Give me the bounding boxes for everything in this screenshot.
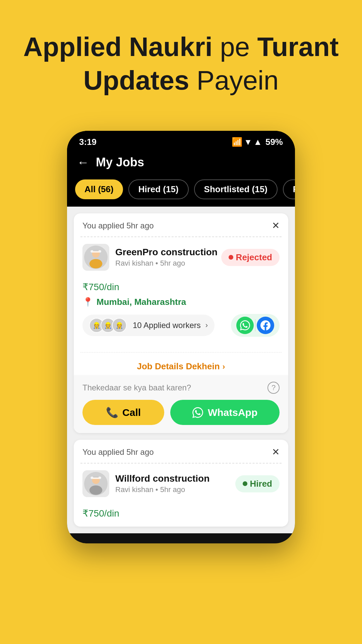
card1-workers-chip[interactable]: 👷 👷 👷 10 Applied workers › xyxy=(82,315,215,336)
job-card-2: You applied 5hr ago ✕ xyxy=(74,440,288,527)
card2-company-info: Willford construction Ravi kishan • 5hr … xyxy=(82,470,209,497)
chevron-right-icon: › xyxy=(223,362,225,371)
worker-avatar-3: 👷 xyxy=(112,318,127,333)
phone-mockup: 3:19 📶 ▾ ▲ 59% ← My Jobs All (56) Hired … xyxy=(67,131,295,543)
bluetooth-icon: 📶 xyxy=(232,137,242,147)
card1-applied-text: You applied 5hr ago xyxy=(82,221,154,230)
card2-applied-text: You applied 5hr ago xyxy=(82,447,154,457)
svg-rect-4 xyxy=(93,250,99,251)
card1-company-info: GreenPro construction Ravi kishan • 5hr … xyxy=(82,244,218,271)
tab-hired[interactable]: Hired (15) xyxy=(128,179,189,199)
card1-location-row: 📍 Mumbai, Maharashtra xyxy=(82,297,280,307)
svg-point-2 xyxy=(89,259,103,268)
hero-section: Applied Naukri pe Turant Updates Payein xyxy=(3,30,359,97)
tab-shortlisted[interactable]: Shortlisted (15) xyxy=(194,179,278,199)
card2-recruiter: Ravi kishan • 5hr ago xyxy=(115,485,209,494)
location-pin-icon: 📍 xyxy=(82,297,93,307)
battery-icon: 59% xyxy=(265,137,283,147)
hero-line2-bold: Updates xyxy=(83,65,189,95)
card1-status-badge: Rejected xyxy=(221,249,280,266)
card1-main: GreenPro construction Ravi kishan • 5hr … xyxy=(74,237,288,347)
card2-company-row: Willford construction Ravi kishan • 5hr … xyxy=(82,470,280,497)
card1-facebook-share-icon[interactable] xyxy=(257,317,274,334)
card1-question-text: Thekedaar se kya baat karen? xyxy=(82,383,191,392)
help-icon[interactable]: ? xyxy=(267,382,280,394)
card1-whatsapp-share-icon[interactable] xyxy=(236,317,254,334)
hero-line2-normal: Payein xyxy=(189,65,279,95)
card1-company-avatar xyxy=(82,244,109,271)
card2-company-details: Willford construction Ravi kishan • 5hr … xyxy=(115,473,209,494)
card2-status-badge: Hired xyxy=(235,475,280,492)
card1-workers-arrow-icon: › xyxy=(205,321,208,330)
hero-line1-normal: pe xyxy=(213,32,257,62)
card2-status-text: Hired xyxy=(250,479,272,489)
card2-company-avatar xyxy=(82,470,109,497)
card2-main: Willford construction Ravi kishan • 5hr … xyxy=(74,464,288,527)
card1-status-text: Rejected xyxy=(236,252,272,263)
card1-company-name: GreenPro construction xyxy=(115,247,218,258)
svg-point-7 xyxy=(89,485,103,495)
tab-rejected[interactable]: Rejected (2 xyxy=(283,179,295,199)
card1-top-bar: You applied 5hr ago ✕ xyxy=(74,213,288,236)
card2-close-button[interactable]: ✕ xyxy=(272,446,280,458)
job-card-1: You applied 5hr ago ✕ xyxy=(74,213,288,433)
card2-top-bar: You applied 5hr ago ✕ xyxy=(74,440,288,463)
app-header: ← My Jobs xyxy=(67,151,295,176)
card1-workers-row: 👷 👷 👷 10 Applied workers › xyxy=(82,314,280,337)
card1-workers-avatars: 👷 👷 👷 xyxy=(89,318,123,333)
call-button[interactable]: 📞 Call xyxy=(82,400,164,425)
card2-company-name: Willford construction xyxy=(115,473,209,484)
wifi-icon: ▾ xyxy=(246,137,250,147)
card1-close-button[interactable]: ✕ xyxy=(272,220,280,231)
filter-tabs: All (56) Hired (15) Shortlisted (15) Rej… xyxy=(67,176,295,207)
card1-divider-mid xyxy=(80,352,282,353)
card1-location: Mumbai, Maharashtra xyxy=(97,297,186,307)
card1-workers-label: 10 Applied workers xyxy=(133,321,201,330)
card1-social-icons xyxy=(231,314,280,337)
card1-job-details-link[interactable]: Job Details Dekhein › xyxy=(74,358,288,375)
card1-footer: Thekedaar se kya baat karen? ? 📞 Call Wh… xyxy=(74,375,288,433)
card1-action-buttons: 📞 Call WhatsApp xyxy=(82,400,280,425)
signal-icon: ▲ xyxy=(253,137,262,147)
svg-rect-9 xyxy=(93,476,99,477)
card2-status-dot xyxy=(243,481,247,486)
social-divider xyxy=(255,319,255,331)
whatsapp-btn-icon xyxy=(192,407,203,418)
phone-icon: 📞 xyxy=(106,407,118,418)
card1-contractor-question: Thekedaar se kya baat karen? ? xyxy=(82,382,280,394)
status-right: 📶 ▾ ▲ 59% xyxy=(232,137,283,147)
card1-status-dot xyxy=(229,255,233,260)
time-display: 3:19 xyxy=(79,137,97,147)
card1-salary: ₹750/din xyxy=(82,277,280,293)
whatsapp-button[interactable]: WhatsApp xyxy=(170,400,280,425)
card2-salary: ₹750/din xyxy=(82,503,280,520)
tab-all[interactable]: All (56) xyxy=(75,179,123,199)
card1-company-details: GreenPro construction Ravi kishan • 5hr … xyxy=(115,247,218,268)
card1-company-row: GreenPro construction Ravi kishan • 5hr … xyxy=(82,244,280,271)
page-title: My Jobs xyxy=(96,155,144,169)
hero-line1-bold: Applied Naukri xyxy=(23,32,213,62)
content-area: You applied 5hr ago ✕ xyxy=(67,207,295,533)
status-bar: 3:19 📶 ▾ ▲ 59% xyxy=(67,131,295,151)
hero-line1-bold2: Turant xyxy=(257,32,339,62)
card1-recruiter: Ravi kishan • 5hr ago xyxy=(115,259,218,268)
back-button[interactable]: ← xyxy=(77,155,89,169)
